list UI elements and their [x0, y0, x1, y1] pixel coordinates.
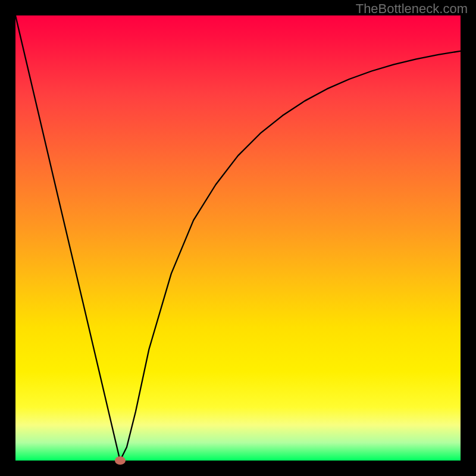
plot-area [15, 15, 461, 461]
minimum-marker [115, 456, 126, 465]
watermark-text: TheBottleneck.com [356, 1, 468, 17]
curve-svg [15, 15, 461, 461]
bottleneck-curve [15, 15, 461, 461]
chart-frame: TheBottleneck.com [0, 0, 476, 476]
